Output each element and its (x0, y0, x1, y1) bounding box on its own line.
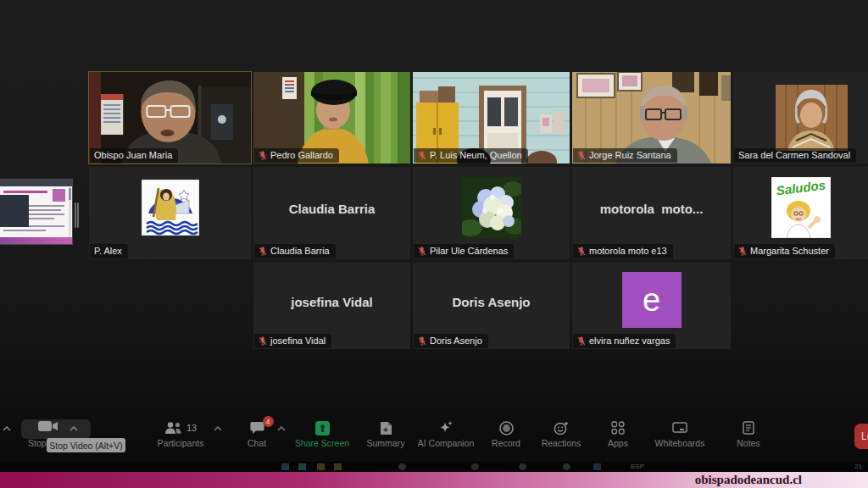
mic-muted-icon (259, 151, 267, 160)
whiteboards-icon (672, 422, 687, 435)
share-screen-icon (315, 421, 330, 435)
participants-button[interactable]: 13 Participants (151, 420, 210, 448)
chat-icon (250, 421, 264, 435)
video-tile-claudia[interactable]: Claudia Barria Claudia Barria (253, 167, 410, 259)
taskbar-app-icon[interactable] (563, 463, 570, 470)
document-video-overlay (0, 195, 29, 227)
summary-button[interactable]: Summary (356, 420, 415, 448)
taskbar-clock[interactable]: 21: (854, 463, 864, 470)
panel-resize-handle[interactable] (75, 202, 76, 228)
hydrangea-flower-avatar (462, 177, 521, 238)
participants-options-caret[interactable] (214, 426, 222, 431)
audio-options-caret[interactable] (3, 426, 11, 431)
video-tile-palex[interactable]: P. Alex (89, 167, 251, 259)
leave-button[interactable]: Leave (854, 424, 868, 449)
document-footer-band (0, 237, 72, 244)
video-tile-doris[interactable]: Doris Asenjo Doris Asenjo (413, 263, 570, 349)
taskbar-app-icon[interactable] (317, 463, 325, 470)
brand-footer-bar: obispadodeancud.cl (0, 472, 868, 488)
participant-name: P. Luis Neum, Quellon (430, 150, 522, 160)
video-options-caret[interactable] (70, 426, 78, 431)
taskbar-app-icon[interactable] (519, 463, 526, 470)
mic-muted-icon (577, 336, 586, 346)
taskbar-app-icon[interactable] (281, 463, 289, 470)
video-tile-pilar[interactable]: Pilar Ule Cárdenas (413, 167, 570, 259)
ai-companion-icon (438, 420, 453, 435)
notes-icon (743, 421, 754, 435)
mic-muted-icon (259, 247, 267, 256)
participants-count: 13 (186, 423, 197, 433)
participant-name: Pedro Gallardo (270, 150, 333, 160)
summary-icon (380, 421, 392, 435)
whiteboards-button[interactable]: Whiteboards (650, 420, 709, 448)
participant-name: P. Alex (94, 246, 122, 256)
chat-unread-badge: 4 (263, 416, 274, 427)
taskbar-app-icon[interactable] (334, 463, 342, 470)
participant-name-tag: P. Alex (90, 244, 128, 258)
taskbar-app-icon[interactable] (593, 463, 601, 470)
apps-button[interactable]: Apps (588, 420, 648, 448)
participant-name: josefina Vidal (270, 336, 326, 346)
taskbar-app-icon[interactable] (471, 463, 479, 470)
participant-name: Jorge Ruiz Santana (589, 150, 671, 160)
shared-document-thumbnail[interactable] (0, 179, 73, 245)
participants-icon (164, 421, 183, 435)
participant-name-tag: Pedro Gallardo (254, 148, 339, 163)
video-tile-motorola[interactable]: motorola moto... motorola moto e13 (572, 167, 731, 259)
mic-muted-icon (577, 151, 586, 160)
participant-name-tag: motorola moto e13 (573, 244, 673, 258)
video-tile-jorge[interactable]: Jorge Ruiz Santana (572, 72, 731, 164)
saludos-cartoon-avatar: Saludos (771, 177, 831, 238)
taskbar-app-icon[interactable] (398, 463, 406, 470)
video-tile-luis[interactable]: P. Luis Neum, Quellon (413, 72, 570, 164)
mic-muted-icon (738, 247, 747, 256)
video-tile-margarita[interactable]: Saludos Margarita Schuster (733, 167, 868, 259)
participant-name-tag: Pilar Ule Cárdenas (414, 244, 514, 258)
participant-name-tag: Claudia Barria (254, 244, 336, 258)
participant-name: Claudia Barria (270, 246, 330, 256)
document-image (53, 189, 65, 202)
meeting-toolbar: Stop Video Stop Video (Alt+V) 13 Partici… (0, 412, 868, 462)
participant-name-tag: Doris Asenjo (414, 334, 488, 348)
participant-name-tag: josefina Vidal (254, 334, 331, 348)
video-tile-pedro[interactable]: Pedro Gallardo (253, 72, 410, 164)
share-screen-button[interactable]: Share Screen (292, 420, 352, 448)
record-button[interactable]: Record (476, 420, 536, 448)
participant-name: Sara del Carmen Sandoval (738, 150, 850, 160)
video-camera-icon (38, 420, 58, 432)
diocese-emblem-avatar (142, 180, 199, 236)
mic-muted-icon (577, 247, 586, 256)
participant-name: Pilar Ule Cárdenas (430, 246, 508, 256)
participant-name-tag: elvira nuñez vargas (573, 334, 676, 348)
notes-button[interactable]: Notes (719, 420, 778, 448)
reactions-icon (554, 421, 569, 435)
mic-muted-icon (418, 336, 426, 346)
stop-video-tooltip: Stop Video (Alt+V) (47, 438, 125, 452)
participant-name: Margarita Schuster (750, 246, 829, 256)
chat-options-caret[interactable] (277, 426, 286, 431)
participant-name: elvira nuñez vargas (589, 336, 670, 346)
taskbar-language-indicator[interactable]: ESP (631, 463, 644, 470)
brand-text: obispadodeancud.cl (695, 473, 802, 487)
chat-button[interactable]: 4 Chat (227, 420, 287, 448)
zoom-meeting-window: Obispo Juan Maria Pedro Gallardo (0, 0, 868, 488)
video-tile-elvira[interactable]: e elvira nuñez vargas (572, 263, 731, 349)
video-tile-obispo[interactable]: Obispo Juan Maria (89, 72, 251, 164)
participant-name-tag: Sara del Carmen Sandoval (734, 148, 856, 163)
reactions-button[interactable]: Reactions (531, 420, 591, 448)
taskbar-app-icon[interactable] (298, 463, 306, 470)
participant-name-tag: Margarita Schuster (734, 244, 835, 258)
mic-muted-icon (418, 247, 426, 256)
record-icon (499, 421, 514, 435)
panel-resize-handle[interactable] (77, 202, 79, 228)
participant-name: Doris Asenjo (430, 336, 482, 346)
participant-name-tag: Obispo Juan Maria (90, 148, 178, 163)
participant-name-tag: P. Luis Neum, Quellon (414, 148, 528, 163)
video-tile-josefina[interactable]: josefina Vidal josefina Vidal (253, 263, 410, 349)
participant-name: motorola moto e13 (589, 246, 667, 256)
ai-companion-button[interactable]: AI Companion (416, 420, 476, 448)
participant-name: Obispo Juan Maria (94, 150, 172, 160)
participant-name-tag: Jorge Ruiz Santana (573, 148, 677, 163)
os-taskbar: ESP 21: (0, 462, 868, 472)
video-tile-sara[interactable]: Sara del Carmen Sandoval (733, 72, 868, 164)
